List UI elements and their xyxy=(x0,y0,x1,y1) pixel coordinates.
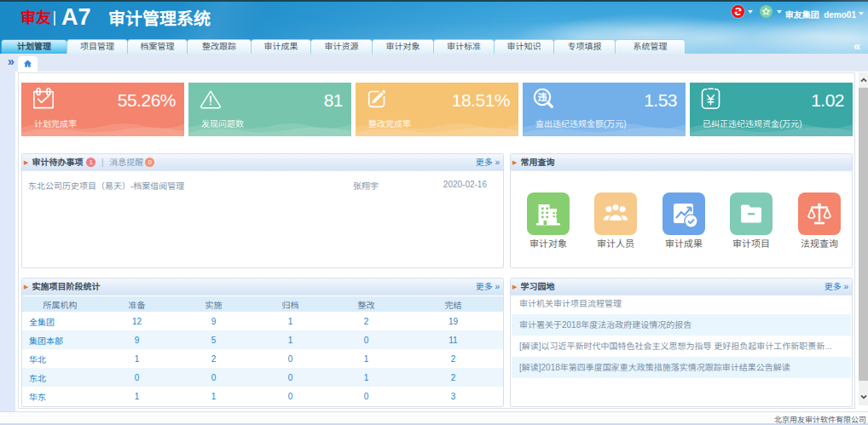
svg-text:违: 违 xyxy=(538,89,547,103)
